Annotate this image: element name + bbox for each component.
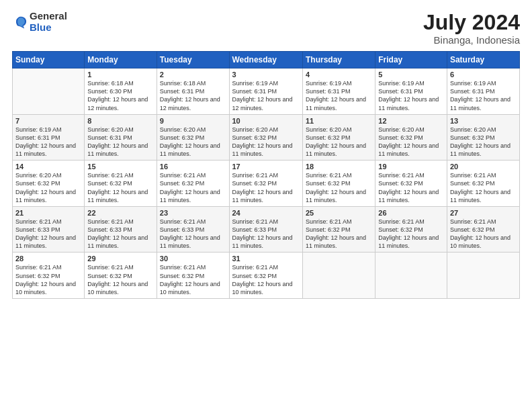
day-info: Sunrise: 6:21 AMSunset: 6:32 PMDaylight:…: [160, 263, 226, 296]
day-number: 23: [160, 209, 226, 217]
day-info: Sunrise: 6:20 AMSunset: 6:32 PMDaylight:…: [160, 126, 226, 158]
calendar-cell: 28Sunrise: 6:21 AMSunset: 6:32 PMDayligh…: [13, 253, 85, 299]
calendar-header-row: Sunday Monday Tuesday Wednesday Thursday…: [13, 52, 520, 68]
day-number: 26: [378, 209, 444, 217]
logo-blue-text: Blue: [30, 22, 67, 34]
day-number: 1: [87, 71, 153, 79]
day-info: Sunrise: 6:21 AMSunset: 6:32 PMDaylight:…: [15, 263, 81, 296]
calendar-cell: 14Sunrise: 6:20 AMSunset: 6:32 PMDayligh…: [13, 161, 85, 207]
day-number: 13: [450, 117, 517, 125]
day-number: 17: [232, 163, 300, 171]
day-info: Sunrise: 6:19 AMSunset: 6:31 PMDaylight:…: [378, 79, 444, 112]
day-number: 10: [232, 117, 300, 125]
day-info: Sunrise: 6:21 AMSunset: 6:32 PMDaylight:…: [232, 171, 300, 204]
day-number: 21: [15, 209, 81, 217]
day-info: Sunrise: 6:20 AMSunset: 6:31 PMDaylight:…: [87, 126, 153, 158]
day-number: 31: [232, 255, 300, 263]
day-number: 24: [232, 209, 300, 217]
col-wednesday: Wednesday: [229, 52, 302, 68]
calendar-cell: 31Sunrise: 6:21 AMSunset: 6:32 PMDayligh…: [229, 253, 302, 299]
day-info: Sunrise: 6:21 AMSunset: 6:32 PMDaylight:…: [378, 171, 444, 204]
day-info: Sunrise: 6:18 AMSunset: 6:31 PMDaylight:…: [160, 79, 226, 112]
day-number: 5: [378, 71, 444, 79]
day-number: 16: [160, 163, 226, 171]
day-number: 14: [15, 163, 81, 171]
calendar-cell: 6Sunrise: 6:19 AMSunset: 6:31 PMDaylight…: [447, 68, 519, 115]
day-number: 30: [160, 255, 226, 263]
col-sunday: Sunday: [13, 52, 85, 68]
day-info: Sunrise: 6:19 AMSunset: 6:31 PMDaylight:…: [232, 79, 300, 112]
calendar-cell: 5Sunrise: 6:19 AMSunset: 6:31 PMDaylight…: [375, 68, 447, 115]
day-info: Sunrise: 6:21 AMSunset: 6:32 PMDaylight:…: [306, 171, 372, 204]
col-thursday: Thursday: [302, 52, 375, 68]
calendar-cell: 21Sunrise: 6:21 AMSunset: 6:33 PMDayligh…: [13, 206, 85, 253]
day-info: Sunrise: 6:21 AMSunset: 6:32 PMDaylight:…: [306, 218, 372, 250]
calendar-week-row-2: 7Sunrise: 6:19 AMSunset: 6:31 PMDaylight…: [13, 114, 520, 161]
calendar-cell: [375, 253, 447, 299]
logo-text: General Blue: [30, 11, 67, 33]
calendar-cell: [13, 68, 85, 115]
calendar-cell: 9Sunrise: 6:20 AMSunset: 6:32 PMDaylight…: [157, 114, 229, 161]
calendar-cell: 2Sunrise: 6:18 AMSunset: 6:31 PMDaylight…: [157, 68, 229, 115]
calendar-cell: 24Sunrise: 6:21 AMSunset: 6:33 PMDayligh…: [229, 206, 302, 253]
day-number: 11: [306, 117, 372, 125]
day-number: 6: [450, 71, 517, 79]
day-number: 2: [160, 71, 226, 79]
calendar-cell: 25Sunrise: 6:21 AMSunset: 6:32 PMDayligh…: [302, 206, 375, 253]
day-info: Sunrise: 6:21 AMSunset: 6:32 PMDaylight:…: [232, 263, 300, 296]
calendar-week-row-5: 28Sunrise: 6:21 AMSunset: 6:32 PMDayligh…: [13, 253, 520, 299]
day-number: 27: [450, 209, 517, 217]
calendar-cell: 10Sunrise: 6:20 AMSunset: 6:32 PMDayligh…: [229, 114, 302, 161]
calendar-week-row-1: 1Sunrise: 6:18 AMSunset: 6:30 PMDaylight…: [13, 68, 520, 115]
day-number: 7: [15, 117, 81, 125]
calendar-week-row-4: 21Sunrise: 6:21 AMSunset: 6:33 PMDayligh…: [13, 206, 520, 253]
day-number: 22: [87, 209, 153, 217]
header: General Blue July 2024 Binanga, Indonesi…: [12, 11, 520, 46]
calendar-cell: 11Sunrise: 6:20 AMSunset: 6:32 PMDayligh…: [302, 114, 375, 161]
day-number: 3: [232, 71, 300, 79]
day-info: Sunrise: 6:19 AMSunset: 6:31 PMDaylight:…: [306, 79, 372, 112]
calendar-cell: 19Sunrise: 6:21 AMSunset: 6:32 PMDayligh…: [375, 161, 447, 207]
calendar-cell: 22Sunrise: 6:21 AMSunset: 6:33 PMDayligh…: [85, 206, 157, 253]
logo-icon: [13, 15, 28, 30]
location-text: Binanga, Indonesia: [423, 34, 520, 46]
day-info: Sunrise: 6:18 AMSunset: 6:30 PMDaylight:…: [87, 79, 153, 112]
day-info: Sunrise: 6:20 AMSunset: 6:32 PMDaylight:…: [378, 126, 444, 158]
calendar-table: Sunday Monday Tuesday Wednesday Thursday…: [12, 51, 520, 299]
calendar-cell: 26Sunrise: 6:21 AMSunset: 6:32 PMDayligh…: [375, 206, 447, 253]
day-info: Sunrise: 6:21 AMSunset: 6:32 PMDaylight:…: [378, 218, 444, 250]
day-info: Sunrise: 6:20 AMSunset: 6:32 PMDaylight:…: [306, 126, 372, 158]
day-info: Sunrise: 6:21 AMSunset: 6:32 PMDaylight:…: [450, 218, 517, 250]
day-number: 28: [15, 255, 81, 263]
calendar-cell: 30Sunrise: 6:21 AMSunset: 6:32 PMDayligh…: [157, 253, 229, 299]
day-number: 15: [87, 163, 153, 171]
day-number: 9: [160, 117, 226, 125]
calendar-cell: 12Sunrise: 6:20 AMSunset: 6:32 PMDayligh…: [375, 114, 447, 161]
day-info: Sunrise: 6:19 AMSunset: 6:31 PMDaylight:…: [15, 126, 81, 158]
col-monday: Monday: [85, 52, 157, 68]
calendar-cell: 8Sunrise: 6:20 AMSunset: 6:31 PMDaylight…: [85, 114, 157, 161]
calendar-cell: [302, 253, 375, 299]
month-year-title: July 2024: [423, 11, 520, 34]
calendar-cell: 7Sunrise: 6:19 AMSunset: 6:31 PMDaylight…: [13, 114, 85, 161]
logo-general-text: General: [30, 11, 67, 22]
day-info: Sunrise: 6:21 AMSunset: 6:32 PMDaylight:…: [87, 171, 153, 204]
calendar-cell: 17Sunrise: 6:21 AMSunset: 6:32 PMDayligh…: [229, 161, 302, 207]
day-number: 19: [378, 163, 444, 171]
day-info: Sunrise: 6:21 AMSunset: 6:32 PMDaylight:…: [87, 263, 153, 296]
calendar-cell: 29Sunrise: 6:21 AMSunset: 6:32 PMDayligh…: [85, 253, 157, 299]
day-info: Sunrise: 6:20 AMSunset: 6:32 PMDaylight:…: [15, 171, 81, 204]
calendar-cell: 3Sunrise: 6:19 AMSunset: 6:31 PMDaylight…: [229, 68, 302, 115]
day-number: 29: [87, 255, 153, 263]
title-block: July 2024 Binanga, Indonesia: [423, 11, 520, 46]
calendar-cell: 27Sunrise: 6:21 AMSunset: 6:32 PMDayligh…: [447, 206, 519, 253]
logo: General Blue: [12, 11, 67, 33]
day-info: Sunrise: 6:20 AMSunset: 6:32 PMDaylight:…: [232, 126, 300, 158]
day-info: Sunrise: 6:21 AMSunset: 6:32 PMDaylight:…: [160, 171, 226, 204]
col-friday: Friday: [375, 52, 447, 68]
day-number: 12: [378, 117, 444, 125]
day-info: Sunrise: 6:19 AMSunset: 6:31 PMDaylight:…: [450, 79, 517, 112]
day-number: 18: [306, 163, 372, 171]
day-info: Sunrise: 6:21 AMSunset: 6:33 PMDaylight:…: [15, 218, 81, 250]
calendar-cell: 1Sunrise: 6:18 AMSunset: 6:30 PMDaylight…: [85, 68, 157, 115]
